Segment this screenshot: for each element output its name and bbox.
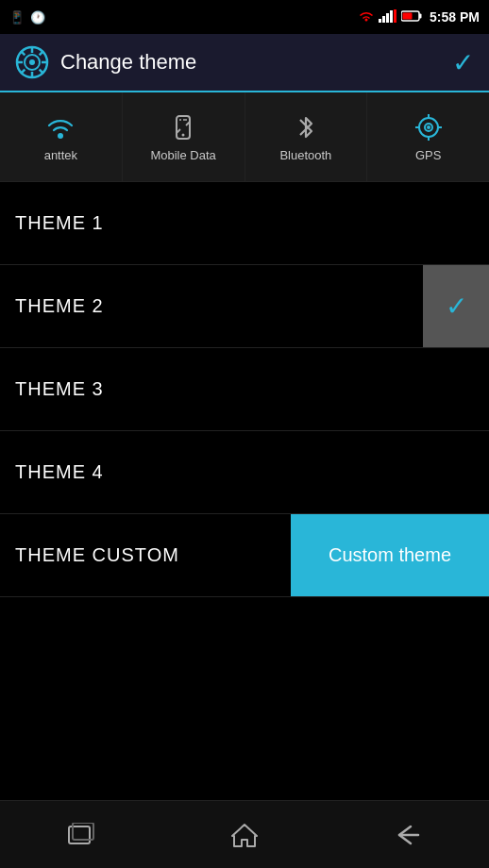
toggle-gps-label: GPS [415,148,441,162]
theme-row-2[interactable]: THEME 2 ✓ [0,265,489,348]
svg-rect-7 [419,13,422,18]
theme-1-label: THEME 1 [15,212,104,234]
gps-icon [413,112,444,142]
custom-theme-button[interactable]: Custom theme [291,514,489,596]
nav-back-button[interactable] [375,813,441,857]
custom-theme-button-label: Custom theme [329,544,451,566]
theme-4-label: THEME 4 [15,461,104,483]
home-icon [230,821,259,849]
toggle-mobile-data-label: Mobile Data [150,148,215,162]
theme-row-1[interactable]: THEME 1 [0,182,489,265]
svg-rect-6 [403,12,413,19]
theme-row-3[interactable]: THEME 3 [0,348,489,431]
nav-home-button[interactable] [211,811,278,859]
theme-3-label: THEME 3 [15,378,104,400]
bottom-nav [0,800,489,868]
theme-2-label: THEME 2 [15,295,104,317]
header: Change theme ✓ [0,34,489,92]
svg-point-23 [182,133,185,136]
svg-rect-4 [394,9,396,23]
theme-row-4[interactable]: THEME 4 [0,431,489,514]
theme-row-custom[interactable]: THEME CUSTOM Custom theme [0,514,489,597]
toggle-gps[interactable]: GPS [367,92,489,181]
nav-recents-button[interactable] [48,813,114,857]
page-title: Change theme [60,50,452,75]
svg-rect-0 [379,19,381,23]
wifi-toggle-icon [45,112,76,142]
svg-point-10 [29,59,35,65]
toggle-bluetooth[interactable]: Bluetooth [245,92,368,181]
theme-2-selected: ✓ [423,265,489,347]
confirm-button[interactable]: ✓ [452,47,474,78]
status-time: 5:58 PM [430,9,480,25]
svg-rect-3 [390,10,393,23]
toggle-bluetooth-label: Bluetooth [279,148,331,162]
battery-icon [401,10,422,25]
bluetooth-icon [291,112,321,142]
svg-line-15 [21,51,25,55]
theme-list: THEME 1 THEME 2 ✓ THEME 3 THEME 4 THEME … [0,182,489,597]
theme-custom-label: THEME CUSTOM [15,544,291,566]
svg-line-18 [21,70,25,74]
svg-rect-1 [382,16,385,23]
phone-icon: 📱 [9,10,25,25]
svg-line-17 [40,51,43,55]
clock-icon: 🕐 [30,10,45,25]
toggle-row: anttek Mobile Data Bluetooth GPS [0,92,489,182]
toggle-anttek-label: anttek [44,148,77,162]
back-icon [394,823,422,847]
toggle-anttek[interactable]: anttek [0,92,123,181]
svg-rect-2 [386,13,389,23]
svg-point-30 [427,125,430,129]
check-icon: ✓ [446,291,467,322]
recents-icon [67,823,95,847]
signal-icon [379,9,397,25]
svg-line-16 [40,70,43,74]
mobile-data-icon [168,112,198,142]
toggle-mobile-data[interactable]: Mobile Data [123,92,245,181]
app-icon [15,45,49,79]
svg-point-19 [58,133,63,139]
wifi-icon [358,9,375,25]
status-bar: 📱 🕐 5:58 PM [0,0,489,34]
svg-marker-33 [232,825,257,846]
